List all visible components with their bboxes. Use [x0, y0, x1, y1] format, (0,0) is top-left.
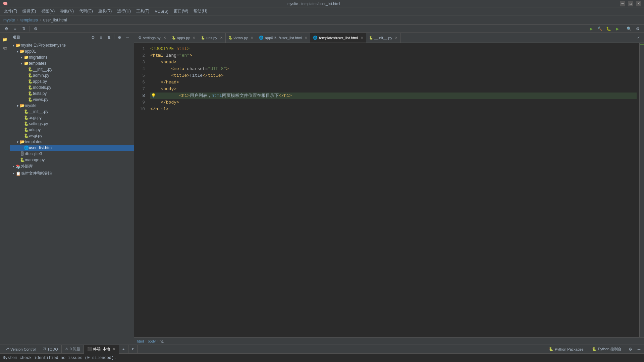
menu-window[interactable]: 窗口(W) [171, 7, 191, 15]
tree-item-db[interactable]: 🗄 db.sqlite3 [10, 151, 134, 157]
code-token: <head> [161, 59, 176, 66]
tree-item-admin[interactable]: 🐍 admin.py [10, 72, 134, 78]
close-icon[interactable]: ✕ [193, 36, 195, 40]
menu-file[interactable]: 文件(F) [1, 7, 20, 15]
tree-item-manage[interactable]: 🐍 manage.py [10, 157, 134, 163]
close-button[interactable]: ✕ [636, 1, 641, 6]
toolbar-run2[interactable]: ▶ [613, 25, 621, 32]
project-close-btn[interactable]: ─ [124, 34, 131, 41]
tree-item-external-libs[interactable]: ▸ 📚 外部库 [10, 163, 134, 170]
tab-templates-user-list[interactable]: 🌐 templates\user_list.html ✕ [310, 33, 366, 43]
project-settings-btn[interactable]: ⚙ [89, 34, 97, 41]
tree-item-views[interactable]: 🐍 views.py [10, 97, 134, 103]
toolbar-list[interactable]: ≡ [11, 25, 19, 32]
menu-help[interactable]: 帮助(H) [191, 7, 210, 15]
project-sort-btn[interactable]: ⇅ [105, 34, 113, 41]
tab-apps[interactable]: 🐍 apps.py ✕ [169, 33, 199, 43]
tab-python-packages[interactable]: 🐍 Python Packages [545, 345, 587, 354]
terminal-settings-btn[interactable]: ⚙ [627, 346, 634, 353]
code-editor[interactable]: 1 2 3 4 5 6 7 8 9 10 <!DOCTYPE html> <ht… [134, 43, 644, 337]
tab-label: views.py [234, 36, 248, 40]
close-icon[interactable]: ✕ [361, 36, 363, 40]
tab-problems[interactable]: ⚠ 0 问题 [62, 345, 84, 354]
menu-view[interactable]: 视图(V) [39, 7, 57, 15]
bc-html[interactable]: html [137, 339, 144, 343]
tab-version-control[interactable]: ⎇ Version Control [1, 345, 39, 354]
code-content[interactable]: <!DOCTYPE html> <html lang="en"> <head> … [148, 43, 639, 337]
python-icon: 🐍 [28, 79, 33, 84]
project-list-btn[interactable]: ≡ [97, 34, 105, 41]
toolbar-run[interactable]: ▶ [587, 25, 595, 32]
tree-item-user-list-html[interactable]: 🌐 user_list.html [10, 145, 134, 151]
tree-item-asgi[interactable]: 🐍 asgi.py [10, 115, 134, 121]
menu-edit[interactable]: 编辑(E) [20, 7, 39, 15]
breadcrumb-templates[interactable]: templates [18, 18, 40, 22]
line-num-2: 2 [134, 52, 145, 59]
tree-item-app01[interactable]: ▾ 📂 app01 [10, 48, 134, 54]
tab-down-arrow[interactable]: ▾ [128, 345, 138, 354]
toolbar-sort[interactable]: ⇅ [20, 25, 28, 32]
tree-item-mysite-root[interactable]: ▾ 📂 mysite E:/Projects/mysite [10, 42, 134, 48]
left-icon-structure[interactable]: 🏗 [1, 45, 9, 53]
terminal-area: ⎇ Version Control ☑ TODO ⚠ 0 问题 ⬛ 终端: 本地… [0, 345, 644, 362]
toolbar-search[interactable]: 🔍 [625, 25, 633, 32]
tree-item-models[interactable]: 🐍 models.py [10, 84, 134, 90]
tab-terminal[interactable]: ⬛ 终端: 本地 ✕ [84, 345, 119, 354]
maximize-button[interactable]: □ [628, 1, 633, 6]
toolbar-settings2[interactable]: ⚙ [634, 25, 641, 32]
left-icon-project[interactable]: 📁 [1, 36, 9, 44]
tree-item-wsgi[interactable]: 🐍 wsgi.py [10, 133, 134, 139]
tree-item-settings[interactable]: 🐍 settings.py [10, 121, 134, 127]
bc-body[interactable]: body [148, 339, 156, 343]
toolbar-build[interactable]: 🔨 [596, 25, 603, 32]
minimize-button[interactable]: ─ [620, 1, 625, 6]
code-line-9: </body> [150, 99, 637, 106]
menu-vcs[interactable]: VCS(S) [152, 7, 171, 15]
close-icon[interactable]: ✕ [113, 347, 115, 351]
tree-item-mysite-pkg[interactable]: ▾ 📂 mysite [10, 103, 134, 109]
menu-navigate[interactable]: 导航(N) [57, 7, 76, 15]
tree-item-urls[interactable]: 🐍 urls.py [10, 127, 134, 133]
tab-python-console[interactable]: 🐍 Python 控制台 [589, 345, 625, 354]
line-num-8: 8 [134, 93, 145, 99]
close-icon[interactable]: ✕ [220, 36, 223, 40]
bc-h1[interactable]: h1 [160, 339, 164, 343]
terminal-collapse-btn[interactable]: ─ [635, 346, 643, 353]
tree-arrow: ▾ [15, 140, 19, 144]
tab-init[interactable]: 🐍 __init__.py ✕ [366, 33, 400, 43]
close-icon[interactable]: ✕ [305, 36, 307, 40]
close-icon[interactable]: ✕ [163, 36, 166, 40]
terminal-content[interactable]: System check identified no issues (0 sil… [0, 354, 644, 362]
breadcrumb-file[interactable]: user_list.html [41, 18, 69, 22]
tree-item-init-mysite[interactable]: 🐍 __init__.py [10, 109, 134, 115]
tree-item-migrations[interactable]: ▸ 📁 migrations [10, 54, 134, 60]
tab-app01-user-list[interactable]: 🌐 app01\...\user_list.html ✕ [256, 33, 311, 43]
tree-item-tests[interactable]: 🐍 tests.py [10, 90, 134, 97]
tree-item-temp-files[interactable]: ▸ 📋 临时文件和控制台 [10, 170, 134, 177]
tree-item-init-app01[interactable]: 🐍 __init__.py [10, 66, 134, 72]
toolbar-settings[interactable]: ⚙ [3, 25, 10, 32]
tree-item-apps[interactable]: 🐍 apps.py [10, 78, 134, 84]
close-icon[interactable]: ✕ [251, 36, 253, 40]
project-gear-btn[interactable]: ⚙ [116, 34, 123, 41]
tree-label: mysite [25, 103, 134, 108]
tab-add-terminal[interactable]: + [119, 345, 128, 354]
tab-checkmark[interactable]: ✓ [634, 33, 643, 43]
breadcrumb-mysite[interactable]: mysite [1, 18, 17, 22]
toolbar-collapse[interactable]: ─ [41, 25, 48, 32]
menu-refactor[interactable]: 重构(R) [96, 7, 115, 15]
menu-run[interactable]: 运行(U) [114, 7, 133, 15]
menu-code[interactable]: 代码(C) [76, 7, 96, 15]
tab-urls[interactable]: 🐍 urls.py ✕ [198, 33, 225, 43]
tree-item-templates-app01[interactable]: ▸ 📁 templates [10, 60, 134, 66]
code-token: </h1> [279, 93, 292, 99]
tab-views[interactable]: 🐍 views.py ✕ [226, 33, 256, 43]
toolbar-gear2[interactable]: ⚙ [32, 25, 39, 32]
code-line-7: <body> [150, 86, 637, 93]
tab-todo[interactable]: ☑ TODO [39, 345, 62, 354]
close-icon[interactable]: ✕ [395, 36, 397, 40]
tree-item-templates-root[interactable]: ▾ 📂 templates [10, 139, 134, 145]
tab-settings[interactable]: ⚙ settings.py ✕ [136, 33, 169, 43]
menu-tools[interactable]: 工具(T) [133, 7, 152, 15]
toolbar-debug[interactable]: 🐛 [605, 25, 612, 32]
